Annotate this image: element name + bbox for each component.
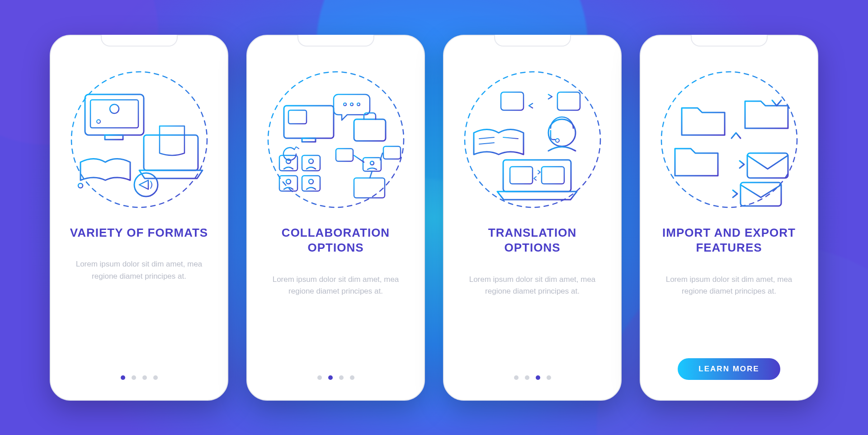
svg-rect-53	[503, 160, 571, 192]
svg-rect-18	[302, 138, 316, 142]
screen-description: Lorem ipsum dolor sit dim amet, mea regi…	[457, 274, 608, 298]
screen-title: COLLABORATION OPTIONS	[260, 225, 411, 256]
collaboration-illustration	[264, 67, 408, 212]
svg-point-23	[357, 103, 360, 106]
svg-point-13	[134, 173, 158, 196]
pagination-dot-4[interactable]	[547, 375, 551, 380]
screen-description: Lorem ipsum dolor sit dim amet, mea regi…	[653, 274, 805, 298]
svg-rect-20	[288, 110, 307, 124]
svg-rect-54	[510, 167, 533, 184]
screen-description: Lorem ipsum dolor sit dim amet, mea regi…	[63, 258, 215, 282]
svg-rect-36	[336, 149, 353, 161]
screen-footer	[51, 375, 227, 380]
onboarding-screen-3: EN A EN A TRANSLATION OPTIONSLorem ipsum…	[443, 35, 622, 401]
svg-line-39	[354, 155, 364, 162]
svg-text:A: A	[550, 171, 555, 180]
translation-illustration: EN A EN A	[460, 67, 605, 212]
screen-title: VARIETY OF FORMATS	[66, 225, 212, 241]
pagination-dot-4[interactable]	[350, 375, 354, 380]
pagination-dot-3[interactable]	[339, 375, 344, 380]
learn-more-button[interactable]: LEARN MORE	[678, 358, 780, 380]
import-export-illustration	[657, 67, 802, 212]
screen-footer	[444, 375, 621, 380]
pagination-dot-2[interactable]	[132, 375, 136, 380]
svg-rect-43	[501, 92, 524, 110]
screen-description: Lorem ipsum dolor sit dim amet, mea regi…	[260, 274, 411, 298]
onboarding-screen-1: VARIETY OF FORMATSLorem ipsum dolor sit …	[50, 35, 228, 401]
svg-point-29	[309, 159, 313, 164]
pagination-dot-2[interactable]	[328, 375, 333, 380]
svg-point-42	[465, 72, 600, 207]
svg-line-48	[479, 137, 494, 139]
phone-notch	[297, 35, 374, 47]
svg-rect-45	[557, 92, 580, 110]
svg-rect-56	[542, 167, 564, 184]
screen-title: TRANSLATION OPTIONS	[457, 225, 608, 256]
svg-point-33	[309, 179, 313, 184]
svg-line-50	[503, 137, 518, 139]
phone-notch	[494, 35, 571, 47]
pagination-dots	[514, 375, 551, 380]
pagination-dot-1[interactable]	[514, 375, 519, 380]
svg-point-52	[556, 139, 559, 142]
svg-rect-24	[354, 119, 386, 141]
svg-point-31	[286, 179, 291, 184]
svg-point-22	[350, 103, 353, 106]
svg-text:A: A	[565, 96, 571, 106]
phone-notch	[691, 35, 768, 47]
screen-title: IMPORT AND EXPORT FEATURES	[653, 225, 805, 256]
svg-point-21	[344, 103, 346, 106]
onboarding-screen-2: COLLABORATION OPTIONSLorem ipsum dolor s…	[246, 35, 425, 401]
svg-rect-1	[85, 94, 144, 135]
svg-line-41	[370, 171, 372, 178]
svg-rect-60	[741, 182, 781, 206]
pagination-dot-1[interactable]	[121, 375, 125, 380]
pagination-dot-1[interactable]	[317, 375, 322, 380]
onboarding-screen-4: IMPORT AND EXPORT FEATURESLorem ipsum do…	[640, 35, 818, 401]
svg-rect-8	[144, 135, 198, 170]
svg-line-49	[479, 143, 494, 144]
svg-rect-3	[105, 135, 123, 140]
screen-footer: LEARN MORE	[641, 358, 817, 380]
screen-footer	[247, 375, 424, 380]
svg-rect-59	[747, 153, 788, 178]
pagination-dots	[317, 375, 354, 380]
pagination-dot-2[interactable]	[525, 375, 529, 380]
pagination-dot-3[interactable]	[536, 375, 540, 380]
svg-point-0	[71, 72, 207, 207]
svg-text:EN: EN	[516, 172, 526, 179]
phone-notch	[101, 35, 178, 47]
svg-point-35	[370, 161, 374, 165]
svg-point-51	[548, 119, 576, 146]
pagination-dots	[121, 375, 158, 380]
pagination-dot-3[interactable]	[142, 375, 147, 380]
svg-rect-38	[354, 178, 385, 198]
formats-illustration	[67, 67, 212, 212]
svg-point-5	[110, 104, 119, 113]
pagination-dot-4[interactable]	[153, 375, 158, 380]
svg-rect-37	[383, 146, 401, 159]
svg-text:EN: EN	[506, 97, 518, 106]
